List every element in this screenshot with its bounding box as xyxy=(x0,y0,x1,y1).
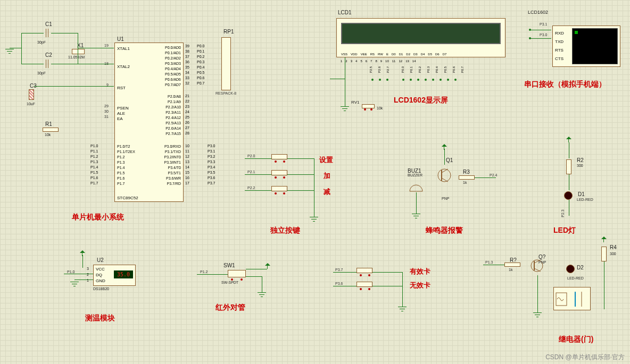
title-serial: 串口接收（模拟手机端） xyxy=(524,80,606,89)
lcd-pins: VSSVDDVEE RSRWE D0D1D2 D3D4D5 D6D7 xyxy=(341,53,446,56)
buzzer-icon xyxy=(409,179,425,192)
led-net: P2.3 xyxy=(561,209,565,217)
title-buttons: 独立按键 xyxy=(270,226,300,235)
buz-vcc xyxy=(442,145,447,150)
r1-val: 10k xyxy=(45,133,51,137)
rq-val: 1k xyxy=(509,268,512,272)
u2-gnd xyxy=(70,282,79,288)
x1-val: 11.0592M xyxy=(68,55,85,59)
card-valid-btn[interactable] xyxy=(357,268,372,273)
rp1-value: RESPACK-8 xyxy=(215,91,236,95)
transistor-q1-icon xyxy=(436,165,452,186)
r4-ref: R4 xyxy=(610,244,617,250)
relay-gnd xyxy=(533,312,542,319)
rv1-val: 10k xyxy=(377,106,383,110)
mcu-p1-block: P1.0/T2 P1.1/T2EX P1.2 P1.3 P1.4 P1.5 P1… xyxy=(117,144,135,187)
title-led: LED灯 xyxy=(553,226,576,235)
title-ir: 红外对管 xyxy=(215,303,245,312)
watermark: CSDN @单片机俱乐部·官方 xyxy=(545,353,625,362)
r2-val: 300 xyxy=(577,164,583,167)
btns-gnd xyxy=(310,217,318,223)
r3-ref: R3 xyxy=(463,169,470,175)
buz-val: BUZZER xyxy=(408,173,422,177)
lcd-pinnums: 123 456 789 101112 1314 xyxy=(341,60,416,63)
title-lcd: LCD1602显示屏 xyxy=(394,96,448,105)
card-valid-net: P3.7 xyxy=(335,268,343,272)
transistor-qq-icon xyxy=(529,256,545,275)
u2-part: DS18B20 xyxy=(93,287,109,291)
u2-vcc xyxy=(80,251,85,256)
d2-ref: D2 xyxy=(577,265,584,270)
buz-net: P2.4 xyxy=(490,173,497,177)
sw1-gnd xyxy=(258,292,266,299)
led-d2-icon xyxy=(566,265,575,273)
u2-body: VCCDQGND 35.0 xyxy=(93,265,136,286)
r1-body xyxy=(43,128,59,132)
relay-net: P1.3 xyxy=(485,260,493,264)
mcu-pin-ea: EA xyxy=(117,116,123,121)
d2-val: LED-RED xyxy=(567,276,584,280)
pinnums-p2: 2122232425262728 xyxy=(185,94,189,136)
c2-body xyxy=(44,60,51,68)
u2-nums: 321 xyxy=(87,266,89,283)
btn-set[interactable] xyxy=(271,154,287,159)
mcu-p0-block: P0.0/AD0 P0.1/AD1 P0.2/AD2 P0.3/AD3 P0.4… xyxy=(165,45,181,88)
u1-ref: U1 xyxy=(117,36,124,42)
serial-pins: RXD TXD RTS CTS xyxy=(555,29,564,63)
lcd-screen xyxy=(341,23,501,44)
title-card-invalid: 无效卡 xyxy=(410,281,430,290)
rp1-ref: RP1 xyxy=(223,29,234,35)
mcu-pin-ale: ALE xyxy=(117,111,125,116)
svg-rect-9 xyxy=(556,293,567,306)
btn-sub[interactable] xyxy=(271,186,287,191)
c2-ref: C2 xyxy=(45,52,52,58)
x1-body xyxy=(72,49,85,54)
sw1-body[interactable] xyxy=(228,270,246,277)
card-gnd xyxy=(398,307,407,313)
btn-add[interactable] xyxy=(271,170,287,175)
led-d1-icon xyxy=(564,191,573,200)
buz-gnd xyxy=(412,214,420,220)
u2-ref: U2 xyxy=(97,257,104,263)
rp1-pins: P0.0P0.1P0.2P0.3P0.4P0.5P0.6P0.7 xyxy=(197,44,204,86)
card-invalid-btn[interactable] xyxy=(357,282,372,287)
lcd-ref: LCD1 xyxy=(338,10,352,15)
btn-label-sub: 减 xyxy=(324,187,330,197)
c2-val: 30pF xyxy=(37,71,46,75)
u2-display: 35.0 xyxy=(114,270,133,278)
gnd-osc xyxy=(5,49,14,55)
led-vcc xyxy=(566,137,571,142)
serial-net-rxd: P3.1 xyxy=(540,22,547,26)
serial-net-txd: P3.0 xyxy=(540,33,547,37)
mcu-pin-psen: PSEN xyxy=(117,106,129,111)
r2-ref: R2 xyxy=(577,157,584,163)
pinnum-31: 31 xyxy=(104,115,109,118)
u2-pins: VCCDQGND xyxy=(96,266,105,284)
c1-body xyxy=(44,29,51,37)
title-card-valid: 有效卡 xyxy=(410,267,430,276)
rv1-body xyxy=(362,104,375,108)
lcd-gnd xyxy=(341,106,349,113)
c1-ref: C1 xyxy=(45,21,52,27)
title-relay: 继电器(门) xyxy=(559,335,593,344)
mcu-p3-block: P3.0/RXD P3.1/TXD P3.2/INT0 P3.3/INT1 P3… xyxy=(164,144,181,187)
svg-line-3 xyxy=(442,169,448,173)
rq-body xyxy=(504,263,520,267)
lcd-netrow: P2.5 P2.6 P2.7 P0.0 P0.1 P0.2 P0.3 P0.4 … xyxy=(367,68,466,71)
title-mcu: 单片机最小系统 xyxy=(72,213,124,222)
p1-netlabels: P1.0P1.1P1.2P1.3P1.4P1.5P1.6P1.7 xyxy=(90,143,98,186)
q1-val: PNP xyxy=(442,197,449,200)
u1-part: STC89C52 xyxy=(117,196,138,200)
sw1-net: P1.2 xyxy=(200,270,208,274)
mcu-pin-rst: RST xyxy=(117,86,126,90)
relay-vcc xyxy=(601,237,607,242)
pinnums-p3: 1011121314151617 xyxy=(185,143,189,186)
lcd-body: VSSVDDVEE RSRWE D0D1D2 D3D4D5 D6D7 xyxy=(336,18,505,57)
mcu-p2-block: P2.0/A8 P2.1/A9 P2.2/A10 P2.3/A11 P2.4/A… xyxy=(165,94,181,137)
title-temp: 测温模块 xyxy=(85,314,115,323)
sw1-vcc xyxy=(265,264,270,269)
pinnums-p0: 3938373635343332 xyxy=(185,44,189,86)
btn-p22: P2.2 xyxy=(247,186,255,190)
qq-val: PNP xyxy=(538,260,546,264)
rp1-body xyxy=(221,37,231,90)
